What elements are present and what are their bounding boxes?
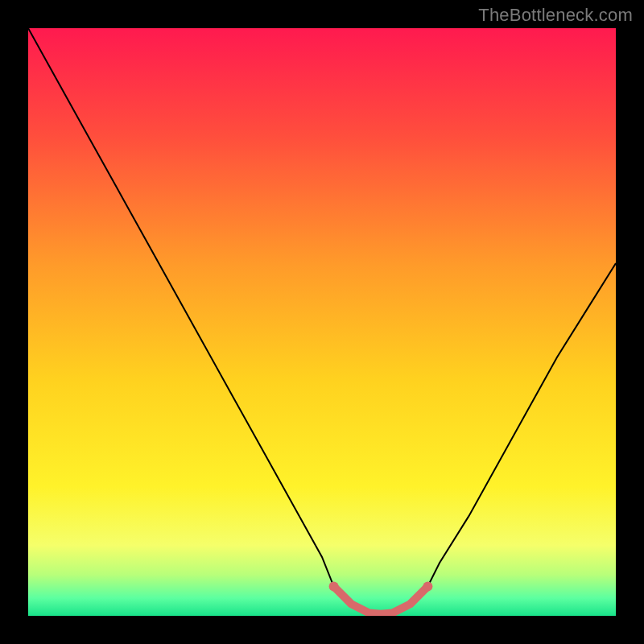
gradient-background bbox=[28, 28, 616, 616]
watermark-text: TheBottleneck.com bbox=[478, 5, 633, 26]
chart-frame: TheBottleneck.com bbox=[0, 0, 644, 644]
flat-band-endpoint-right bbox=[423, 582, 432, 592]
chart-svg bbox=[28, 28, 616, 616]
plot-area bbox=[28, 28, 616, 616]
flat-band-endpoint-left bbox=[329, 582, 339, 592]
